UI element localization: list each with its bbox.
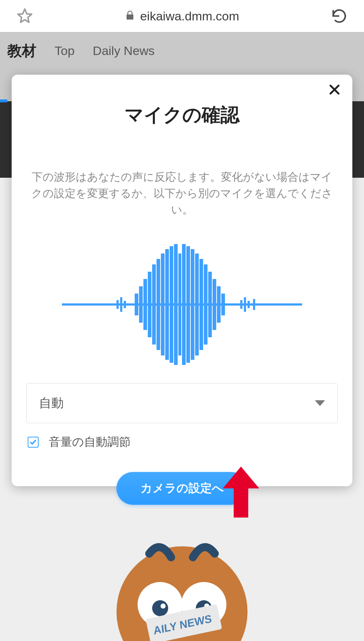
- svg-rect-19: [253, 299, 255, 310]
- svg-rect-31: [182, 244, 186, 365]
- waveform: [62, 239, 302, 370]
- svg-rect-35: [199, 259, 203, 350]
- svg-rect-34: [195, 253, 199, 355]
- svg-rect-25: [157, 259, 160, 350]
- favorite-star-icon[interactable]: [15, 8, 35, 24]
- svg-rect-38: [213, 279, 216, 330]
- nav-title: 教材: [7, 41, 36, 61]
- svg-rect-24: [152, 264, 156, 345]
- svg-rect-28: [170, 246, 173, 363]
- svg-rect-14: [120, 297, 122, 312]
- svg-rect-13: [116, 300, 119, 309]
- auto-volume-label: 音量の自動調節: [49, 434, 131, 450]
- svg-rect-21: [139, 286, 143, 323]
- progress-indicator: [0, 99, 7, 102]
- browser-bar: eikaiwa.dmm.com: [0, 0, 364, 32]
- svg-marker-0: [18, 9, 32, 22]
- nav-link-daily-news[interactable]: Daily News: [93, 44, 155, 58]
- chevron-down-icon: [315, 400, 325, 406]
- svg-rect-33: [191, 249, 194, 360]
- url-text: eikaiwa.dmm.com: [140, 9, 239, 23]
- nav-link-top[interactable]: Top: [55, 44, 75, 58]
- reload-icon[interactable]: [329, 8, 349, 24]
- auto-volume-row: 音量の自動調節: [26, 434, 338, 450]
- svg-rect-26: [161, 253, 165, 355]
- svg-rect-27: [165, 249, 169, 360]
- svg-rect-20: [135, 294, 138, 315]
- svg-rect-37: [208, 272, 212, 337]
- close-icon[interactable]: [328, 83, 341, 98]
- auto-volume-checkbox[interactable]: [28, 437, 39, 448]
- modal-title: マイクの確認: [26, 102, 338, 128]
- svg-rect-32: [186, 246, 190, 363]
- go-to-camera-settings-button[interactable]: カメラの設定へ: [116, 472, 248, 505]
- mic-select[interactable]: 自動: [26, 383, 338, 423]
- svg-rect-22: [143, 279, 147, 330]
- modal-description: 下の波形はあなたの声に反応します。変化がない場合はマイクの設定を変更するか、以下…: [26, 169, 338, 218]
- svg-rect-23: [148, 272, 151, 337]
- svg-rect-17: [244, 297, 246, 312]
- url-area[interactable]: eikaiwa.dmm.com: [35, 9, 329, 23]
- svg-rect-30: [178, 253, 181, 355]
- svg-point-4: [152, 600, 168, 616]
- lock-icon: [125, 9, 135, 23]
- mic-select-value: 自動: [39, 395, 64, 412]
- svg-rect-39: [217, 286, 221, 323]
- nav-strip: 教材 Top Daily News: [0, 32, 364, 69]
- svg-rect-16: [240, 300, 242, 309]
- owl-mascot: AILY NEWS: [102, 532, 262, 641]
- svg-rect-18: [248, 301, 250, 308]
- svg-rect-40: [221, 294, 225, 315]
- svg-rect-29: [174, 244, 178, 365]
- svg-rect-15: [124, 301, 126, 308]
- mic-check-modal: マイクの確認 下の波形はあなたの声に反応します。変化がない場合はマイクの設定を変…: [12, 75, 352, 486]
- svg-rect-36: [204, 264, 207, 345]
- svg-point-6: [161, 603, 166, 609]
